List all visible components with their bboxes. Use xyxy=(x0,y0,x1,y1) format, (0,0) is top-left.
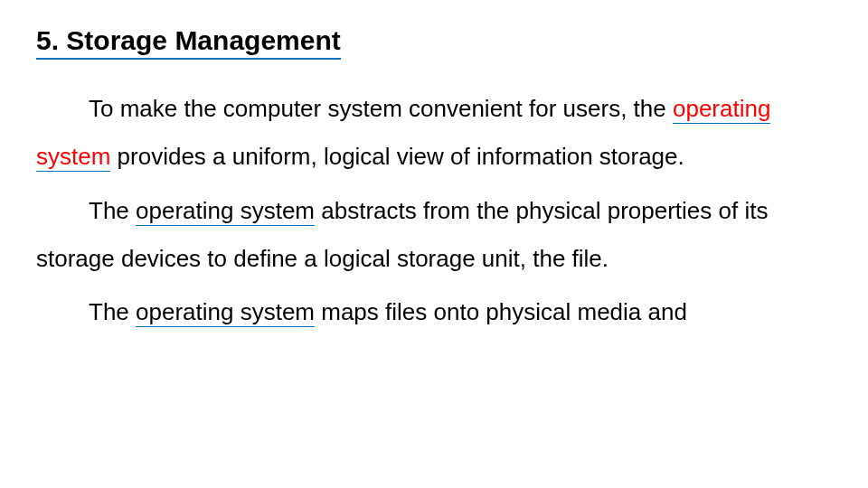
paragraph-1: To make the computer system convenient f… xyxy=(36,85,832,182)
term-operating-system-2: operating system xyxy=(136,197,315,226)
term-operating-system-3: operating system xyxy=(136,298,315,327)
p1-tail: provides a uniform, logical view of info… xyxy=(110,143,684,170)
paragraph-2: The operating system abstracts from the … xyxy=(36,187,832,284)
paragraph-3: The operating system maps files onto phy… xyxy=(36,288,832,336)
p3-tail: maps files onto physical media and xyxy=(315,298,687,325)
slide-content: 5. Storage Management To make the comput… xyxy=(0,0,868,488)
section-heading: 5. Storage Management xyxy=(36,25,341,60)
p3-lead: The xyxy=(89,298,136,325)
p1-lead: To make the computer system convenient f… xyxy=(89,95,673,122)
body-text: To make the computer system convenient f… xyxy=(36,85,832,336)
p2-lead: The xyxy=(89,197,136,224)
